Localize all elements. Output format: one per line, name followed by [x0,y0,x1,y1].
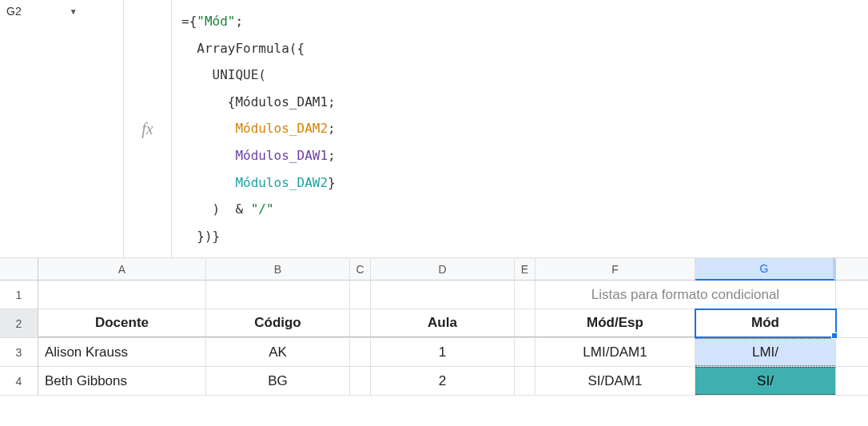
col-header-G[interactable]: G [695,258,836,281]
formula-bar[interactable]: ={"Mód"; ArrayFormula({ UNIQUE( {Módulos… [172,0,868,257]
name-box[interactable]: G2 ▼ [6,5,78,18]
cell-B2[interactable]: Código [206,309,350,337]
cell-D4[interactable]: 2 [371,367,515,395]
cell-C3[interactable] [350,338,371,366]
cell-F2[interactable]: Mód/Esp [536,309,695,337]
cell-G4[interactable]: SI/ [695,367,836,395]
col-header-A[interactable]: A [38,258,206,280]
cell-B3[interactable]: AK [206,338,350,366]
cell-A2[interactable]: Docente [38,309,206,337]
col-header-E[interactable]: E [515,258,536,280]
row-header-1[interactable]: 1 [0,281,38,309]
cell-E2[interactable] [515,309,536,337]
cell-C4[interactable] [350,367,371,395]
col-header-D[interactable]: D [371,258,515,280]
row-header-4[interactable]: 4 [0,367,38,396]
cell-D3[interactable]: 1 [371,338,515,366]
cell-A3[interactable]: Alison Krauss [38,338,206,366]
cell-E3[interactable] [515,338,536,366]
cell-G3[interactable]: LMI/ [695,338,836,366]
name-box-ref: G2 [6,5,22,18]
row-header-2[interactable]: 2 [0,309,38,338]
col-header-C[interactable]: C [350,258,371,280]
col-header-F[interactable]: F [536,258,695,280]
cell-F1-merged[interactable]: Listas para formato condicional [536,281,836,309]
cell-E4[interactable] [515,367,536,395]
cell-B1[interactable] [206,281,350,309]
cell-B4[interactable]: BG [206,367,350,395]
cell-C1[interactable] [350,281,371,309]
cell-C2[interactable] [350,309,371,337]
cell-F3[interactable]: LMI/DAM1 [536,338,695,366]
row-header-3[interactable]: 3 [0,338,38,367]
cell-D2[interactable]: Aula [371,309,515,337]
col-header-B[interactable]: B [206,258,350,280]
fx-icon: fx [124,0,172,257]
cell-G2[interactable]: Mód [695,309,836,337]
chevron-down-icon: ▼ [70,7,78,16]
cell-A1[interactable] [38,281,206,309]
cell-E1[interactable] [515,281,536,309]
cell-F4[interactable]: SI/DAM1 [536,367,695,395]
select-all-corner[interactable] [0,258,38,281]
cell-A4[interactable]: Beth Gibbons [38,367,206,395]
cell-D1[interactable] [371,281,515,309]
